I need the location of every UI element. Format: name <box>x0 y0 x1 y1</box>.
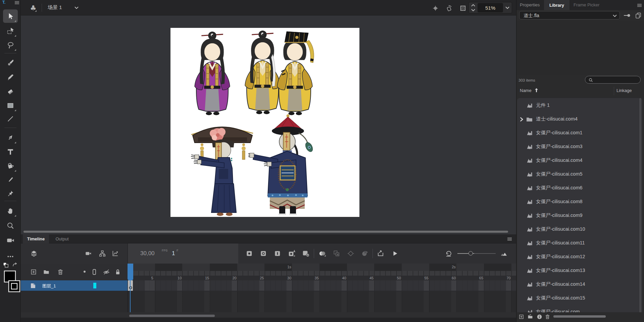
outline-view-icon[interactable] <box>91 268 97 276</box>
hand-tool[interactable] <box>3 204 18 218</box>
frames-empty-area[interactable] <box>128 291 516 312</box>
tab-output[interactable]: Output <box>50 234 74 243</box>
lock-all-layers-icon[interactable] <box>114 268 121 276</box>
character-taoist-priest-yellow-hat[interactable] <box>267 29 323 117</box>
fluid-brush-tool[interactable] <box>3 56 18 69</box>
library-item[interactable]: 女僵尸-cilisucai.com <box>517 305 642 313</box>
timeline-zoom-slider-track-right[interactable] <box>474 253 496 254</box>
highlight-layers-dot-icon[interactable] <box>83 270 87 274</box>
text-tool[interactable] <box>3 145 18 158</box>
column-header-linkage[interactable]: Linkage <box>616 88 632 93</box>
clip-content-outside-stage-icon[interactable] <box>459 4 467 12</box>
timeline-zoom-mountains-icon[interactable] <box>499 249 509 258</box>
eyedropper-tool[interactable] <box>3 173 18 187</box>
toolbar-menu-icon[interactable] <box>14 1 19 5</box>
timeline-ticks-band[interactable] <box>128 271 516 276</box>
remove-frames-icon[interactable] <box>301 249 311 258</box>
tab-timeline[interactable]: Timeline <box>23 234 49 243</box>
stroke-color-swatch[interactable] <box>7 279 21 293</box>
lasso-tool[interactable] <box>3 38 18 52</box>
library-item[interactable]: 女僵尸-cilisucai.com14 <box>517 278 642 291</box>
library-item[interactable]: 女僵尸-cilisucai.com3 <box>517 140 642 154</box>
layer-frames-row[interactable] <box>128 280 516 291</box>
rectangle-tool[interactable] <box>3 99 18 112</box>
zoom-tool[interactable] <box>3 219 18 232</box>
play-button[interactable] <box>391 249 399 258</box>
library-panel-menu-icon[interactable] <box>637 3 642 7</box>
insert-frame-icon[interactable] <box>273 249 282 258</box>
tab-properties[interactable]: Properties <box>520 2 540 7</box>
new-folder-icon[interactable] <box>42 268 50 276</box>
swap-colors-icon[interactable] <box>11 262 19 269</box>
library-item[interactable]: 女僵尸-cilisucai.com12 <box>517 250 642 264</box>
timeline-h-scrollbar[interactable] <box>128 314 516 318</box>
library-item[interactable]: 女僵尸-cilisucai.com1 <box>517 126 642 140</box>
new-library-panel-copy-icon[interactable] <box>634 11 643 20</box>
default-colors-icon[interactable] <box>3 262 10 269</box>
pin-library-icon[interactable] <box>623 12 631 19</box>
show-hide-all-layers-icon[interactable] <box>102 268 111 276</box>
library-item[interactable]: 女僵尸-cilisucai.com8 <box>517 195 642 209</box>
center-stage-icon[interactable] <box>432 4 439 12</box>
timeline-h-scrollbar-thumb[interactable] <box>129 315 215 317</box>
library-item[interactable]: 女僵尸-cilisucai.com15 <box>517 291 642 305</box>
layer-list-empty-area[interactable] <box>21 291 128 312</box>
new-layer-icon[interactable] <box>30 268 38 276</box>
onion-skin-icon[interactable] <box>317 249 328 258</box>
stage-canvas[interactable] <box>170 28 359 217</box>
pushpin-tool[interactable] <box>3 187 18 200</box>
library-item[interactable]: 女僵尸-cilisucai.com4 <box>517 154 642 168</box>
parenting-view-icon[interactable] <box>98 249 107 258</box>
scene-chevron-down-icon[interactable] <box>74 5 79 10</box>
layer-color-swatch[interactable] <box>93 283 96 288</box>
column-divider[interactable] <box>614 87 614 95</box>
classic-brush-tool[interactable] <box>3 71 18 84</box>
delete-item-trash-icon[interactable] <box>544 313 551 320</box>
tab-library[interactable]: Library <box>544 0 569 10</box>
library-item[interactable]: 女僵尸-cilisucai.com5 <box>517 168 642 181</box>
paint-bucket-tool[interactable] <box>3 159 18 173</box>
layer-name[interactable]: 图层_1 <box>42 283 56 289</box>
line-tool[interactable] <box>3 112 18 126</box>
chevron-right-icon[interactable] <box>519 117 524 122</box>
loop-playback-icon[interactable] <box>376 249 385 258</box>
timeline-seconds-band[interactable]: 1s 2s <box>128 264 516 271</box>
reset-timeline-zoom-icon[interactable] <box>444 249 454 258</box>
graph-editor-icon[interactable] <box>111 249 119 258</box>
library-h-scrollbar-thumb[interactable] <box>553 315 606 318</box>
playhead-head[interactable] <box>128 264 133 280</box>
library-item[interactable]: 女僵尸-cilisucai.com9 <box>517 209 642 223</box>
library-item[interactable]: 元件 1 <box>517 99 642 112</box>
library-item[interactable]: 女僵尸-cilisucai.com6 <box>517 181 642 195</box>
timeline-frame-numbers[interactable]: 5 10 15 20 25 30 35 40 45 50 55 60 65 70 <box>128 276 516 280</box>
delete-layer-trash-icon[interactable] <box>56 268 64 276</box>
auto-keyframe-icon[interactable] <box>287 249 297 258</box>
zoom-dropdown-chevron-icon[interactable] <box>504 5 510 10</box>
rotate-view-icon[interactable] <box>445 4 453 12</box>
insert-blank-keyframe-icon[interactable] <box>259 249 268 258</box>
timeline-panel-menu-icon[interactable] <box>507 237 512 241</box>
fps-value[interactable]: 30,00 <box>140 250 155 257</box>
camera-tool[interactable] <box>3 234 18 247</box>
library-item[interactable]: 女僵尸-cilisucai.com11 <box>517 236 642 250</box>
library-v-scrollbar[interactable] <box>639 98 641 313</box>
item-properties-info-icon[interactable] <box>536 313 543 320</box>
character-qing-official-jiangshi[interactable] <box>248 113 326 216</box>
insert-keyframe-icon[interactable] <box>245 249 254 258</box>
more-tools-button[interactable] <box>3 250 18 263</box>
stage-h-scrollbar[interactable] <box>21 230 516 233</box>
pen-tool[interactable] <box>3 131 18 144</box>
column-header-name[interactable]: Name <box>520 88 532 93</box>
free-transform-tool[interactable] <box>3 24 18 38</box>
tab-frame-picker[interactable]: Frame Picker <box>574 2 599 7</box>
zoom-step-up-icon[interactable] <box>470 3 476 7</box>
library-search-box[interactable] <box>585 76 641 84</box>
stage-h-scrollbar-thumb[interactable] <box>23 231 508 233</box>
library-item[interactable]: 女僵尸-cilisucai.com13 <box>517 264 642 278</box>
layers-stack-icon[interactable] <box>30 249 38 258</box>
zoom-step-down-icon[interactable] <box>470 8 476 12</box>
new-symbol-icon[interactable] <box>518 313 525 320</box>
layer-row[interactable]: 图层_1 <box>21 280 128 291</box>
stage-pasteboard[interactable] <box>21 15 516 234</box>
eraser-tool[interactable] <box>3 85 18 98</box>
